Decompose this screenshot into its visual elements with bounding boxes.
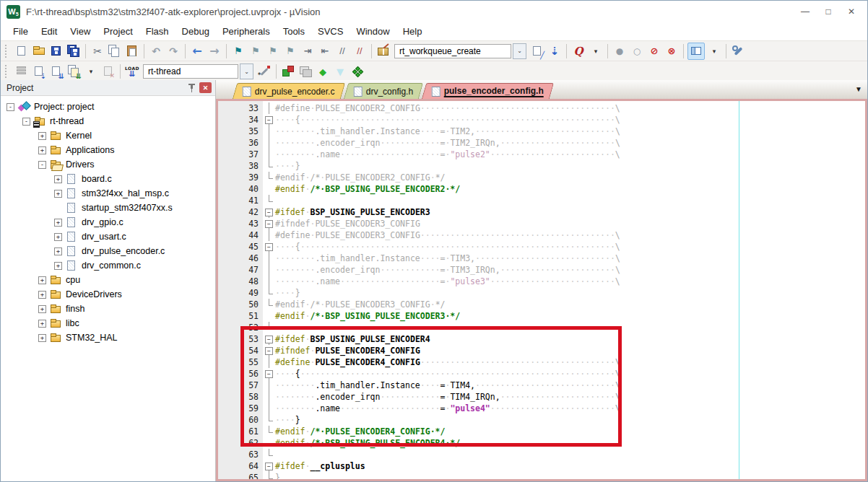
tree-item-drv-gpio-c[interactable]: +drv_gpio.c [1,215,215,229]
tree-expander-icon[interactable]: - [38,161,46,169]
menu-item-edit[interactable]: Edit [35,24,64,39]
tree-item-stm32-hal[interactable]: +STM32_HAL [1,330,215,345]
manage-rte-icon[interactable] [280,63,296,79]
menu-item-tools[interactable]: Tools [277,24,311,39]
bookmark-prev-icon[interactable]: ⚑ [248,43,264,59]
manage-items-icon[interactable] [298,63,313,79]
redo-icon[interactable]: ↷ [165,43,181,59]
translate-icon[interactable] [14,63,30,79]
options-wand-icon[interactable]: * [256,63,272,79]
tree-expander-icon[interactable]: + [38,146,46,154]
undo-icon[interactable]: ↶ [148,43,164,59]
menu-item-peripherals[interactable]: Peripherals [216,24,277,39]
menu-item-debug[interactable]: Debug [175,24,216,39]
close-button[interactable]: ✕ [840,3,863,20]
build-icon[interactable]: ⇣ [31,63,47,79]
tree-item-drivers[interactable]: -Drivers [1,157,215,172]
cut-icon[interactable]: ✂ [90,43,105,59]
fold-collapse-icon[interactable] [264,206,275,218]
save-file-icon[interactable] [48,43,64,59]
breakpoint-toggle-icon[interactable]: ● [612,43,628,59]
indent-icon[interactable]: ⇥ [300,43,316,59]
fold-collapse-icon[interactable] [264,114,275,126]
tree-item-drv-common-c[interactable]: +drv_common.c [1,258,215,273]
comment-icon[interactable]: // [334,43,350,59]
tree-expander-icon[interactable]: + [54,262,62,270]
tree-expander-icon[interactable]: + [38,320,46,328]
navigate-back-icon[interactable]: ← [189,43,205,59]
tree-expander-icon[interactable]: + [38,132,46,140]
tree-item-drv-usart-c[interactable]: +drv_usart.c [1,229,215,244]
tab-drv-pulse-encoder-c[interactable]: drv_pulse_encoder.c [233,83,345,99]
batch-dropdown-icon[interactable]: ▾ [83,63,99,79]
bookmark-toggle-icon[interactable]: ⚑ [230,43,246,59]
batch-build-icon[interactable]: ⇊ [66,63,82,79]
tree-expander-icon[interactable]: + [54,175,62,183]
minimize-button[interactable]: — [794,3,817,20]
uncomment-icon[interactable]: // [352,43,368,59]
open-file-icon[interactable] [31,43,47,59]
fold-collapse-icon[interactable] [264,368,275,380]
rebuild-icon[interactable]: ⇊ [48,63,64,79]
tree-expander-icon[interactable]: - [6,103,14,111]
breakpoint-enable-icon[interactable]: ○ [629,43,645,59]
tree-item-kernel[interactable]: +Kernel [1,128,215,143]
tree-item-cpu[interactable]: +cpu [1,273,215,287]
tree-item-rt-thread[interactable]: -rt-thread [1,114,215,128]
menu-item-file[interactable]: File [6,24,35,39]
tree-expander-icon[interactable]: - [22,118,30,126]
tree-expander-icon[interactable]: + [38,291,46,299]
tree-expander-icon[interactable]: + [54,190,62,198]
find-text-combo-dropdown-icon[interactable]: ⌄ [513,43,526,59]
tree-item-stm32f4xx-hal-msp-c[interactable]: +stm32f4xx_hal_msp.c [1,186,215,201]
breakpoint-disable-all-icon[interactable]: ⊘ [646,43,662,59]
stop-build-icon[interactable]: ✕ [100,63,116,79]
debug-dropdown-icon[interactable]: ▾ [588,43,604,59]
find-in-files-icon[interactable] [376,43,391,59]
configure-wrench-icon[interactable] [730,43,746,59]
filter-window-icon[interactable]: ▼ [332,63,348,79]
pin-icon[interactable] [188,84,196,92]
toolbar-grip[interactable] [5,65,9,78]
layout-dropdown-icon[interactable]: ▾ [706,43,722,59]
fold-collapse-icon[interactable] [264,333,275,345]
code-editor[interactable]: 33#define·PULSE_ENCODER2_CONFIG·········… [216,99,867,481]
tree-item-board-c[interactable]: +board.c [1,172,215,186]
tree-item-applications[interactable]: +Applications [1,143,215,157]
tree-expander-icon[interactable]: + [54,219,62,227]
debug-session-icon[interactable]: Q [570,43,586,59]
download-icon[interactable]: LOAD⇊ [124,63,140,79]
new-file-icon[interactable] [14,43,30,59]
bookmark-clear-icon[interactable]: ⚑ [282,43,298,59]
copy-icon[interactable] [107,43,123,59]
menu-item-window[interactable]: Window [350,24,396,39]
navigate-forward-icon[interactable]: → [207,43,222,59]
tree-expander-icon[interactable]: + [54,233,62,241]
target-select-combo-value[interactable]: rt-thread [143,64,238,79]
tree-item-startup-stm32f407xx-s[interactable]: startup_stm32f407xx.s [1,201,215,215]
fold-collapse-icon[interactable] [264,345,275,356]
menu-item-flash[interactable]: Flash [139,24,175,39]
target-select-combo-dropdown-icon[interactable]: ⌄ [240,63,253,79]
fold-collapse-icon[interactable] [264,241,275,253]
manage-books-icon[interactable] [350,63,365,79]
menu-item-help[interactable]: Help [396,24,429,39]
breakpoint-kill-all-icon[interactable]: ⊗ [664,43,680,59]
search-document-icon[interactable]: ╱ [529,43,545,59]
tree-item-project-project[interactable]: -Project: project [1,100,215,114]
bookmark-next-icon[interactable]: ⚑ [265,43,281,59]
maximize-button[interactable]: □ [817,3,840,20]
incremental-find-icon[interactable]: ⇣ [547,43,563,59]
manage-device-icon[interactable]: ◆ [315,63,331,79]
tab-pulse-encoder-config-h[interactable]: pulse_encoder_config.h [422,83,554,99]
tree-item-finsh[interactable]: +finsh [1,302,215,316]
fold-collapse-icon[interactable] [264,460,275,472]
tab-overflow-icon[interactable]: ▼ [855,85,862,93]
menu-item-view[interactable]: View [64,24,97,39]
window-layout-icon[interactable] [687,43,705,60]
project-panel-close-icon[interactable]: ✕ [199,82,212,93]
find-text-combo-value[interactable]: rt_workqueue_create [394,44,511,58]
toolbar-grip[interactable] [5,45,9,58]
tree-expander-icon[interactable]: + [38,334,46,342]
tree-expander-icon[interactable]: + [38,305,46,313]
